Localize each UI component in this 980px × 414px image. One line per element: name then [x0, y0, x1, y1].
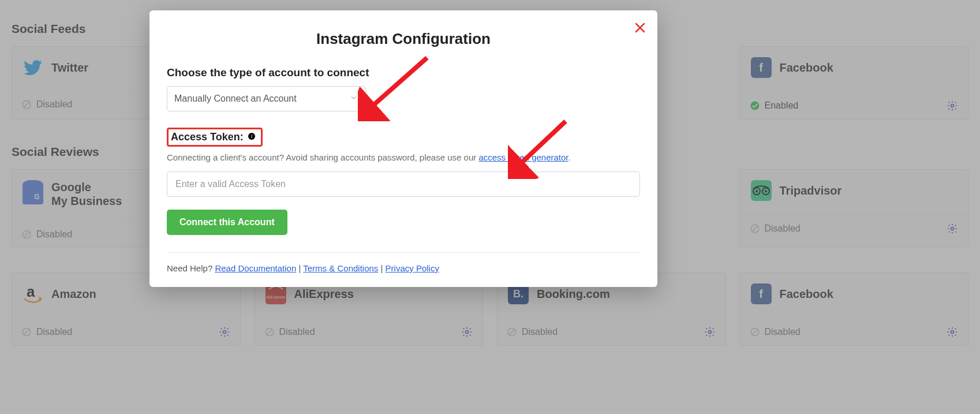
account-type-select[interactable]: Manually Connect an Account	[167, 86, 366, 111]
instagram-config-modal: Instagram Configuration Choose the type …	[149, 10, 657, 287]
access-token-label: Access Token:	[171, 131, 244, 143]
choose-account-label: Choose the type of account to connect	[167, 66, 640, 79]
info-icon[interactable]: i	[247, 132, 256, 143]
access-token-hint: Connecting a client's account? Avoid sha…	[167, 152, 640, 162]
privacy-link[interactable]: Privacy Policy	[386, 263, 439, 273]
connect-account-button[interactable]: Connect this Account	[167, 210, 287, 235]
close-icon[interactable]	[633, 21, 647, 37]
select-value: Manually Connect an Account	[174, 94, 297, 104]
svg-text:i: i	[250, 133, 252, 139]
chevron-down-icon	[349, 93, 358, 105]
access-token-input[interactable]	[167, 171, 640, 197]
access-token-highlight: Access Token: i	[167, 128, 263, 147]
modal-title: Instagram Configuration	[149, 10, 657, 54]
page-root: Social Feeds Twitter	[0, 0, 980, 414]
read-documentation-link[interactable]: Read Documentation	[215, 263, 296, 273]
token-generator-link[interactable]: access token generator	[478, 152, 568, 162]
terms-link[interactable]: Terms & Conditions	[303, 263, 378, 273]
modal-footer: Need Help? Read Documentation | Terms & …	[167, 252, 640, 273]
